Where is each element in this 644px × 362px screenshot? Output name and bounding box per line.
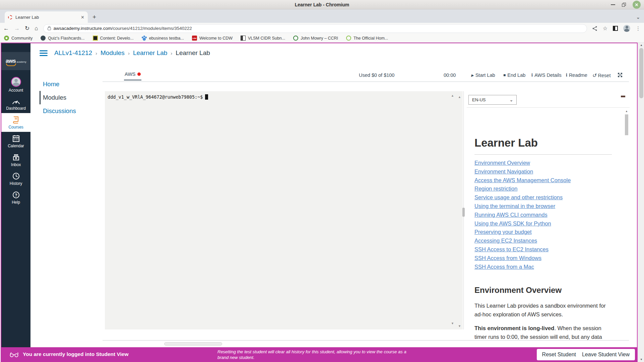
reset-button[interactable]: ↺Reset <box>592 72 610 79</box>
doc-paragraph: This environment is long-lived. When the… <box>474 324 615 341</box>
breadcrumb-module[interactable]: Learner Lab <box>133 49 167 57</box>
restore-button[interactable] <box>622 3 626 7</box>
doc-link-environment-navigation[interactable]: Environment Navigation <box>474 167 571 176</box>
back-icon[interactable]: ← <box>3 25 9 32</box>
doc-scroll-up-icon[interactable]: ▲ <box>625 110 628 113</box>
aws-vendor-tab[interactable]: AWS <box>124 71 141 81</box>
main-content: ALLv1-41212 › Modules › Learner Lab › Le… <box>30 43 637 347</box>
minimize-button[interactable] <box>611 4 615 5</box>
leave-student-view-button[interactable]: Leave Student View <box>577 349 635 360</box>
terminal-scroll-down-icon[interactable]: ▼ <box>458 324 461 328</box>
doc-link-accessing-ec2[interactable]: Accessing EC2 Instances <box>474 237 571 245</box>
sidebar-item-dashboard[interactable]: Dashboard <box>1 95 30 113</box>
student-view-note: Resetting the test student will clear al… <box>217 349 418 360</box>
terminal-scroll-up-icon[interactable]: ▲ <box>451 94 454 97</box>
doc-divider <box>474 154 612 155</box>
scrollbar-thumb[interactable] <box>639 48 643 98</box>
doc-link-cli-commands[interactable]: Running AWS CLI commands <box>474 211 571 219</box>
terminal-scroll-up-icon[interactable]: ▲ <box>458 95 461 99</box>
readme-button[interactable]: iReadme <box>566 72 587 78</box>
info-icon: i <box>531 72 533 78</box>
collapse-panel-icon[interactable] <box>621 96 625 97</box>
bookmark-cdw[interactable]: cdwWelcome to CDW <box>192 36 233 41</box>
doc-scrollbar[interactable]: ▲ <box>625 110 629 338</box>
profile-avatar[interactable] <box>623 25 630 32</box>
doc-link-terminal-browser[interactable]: Using the terminal in the browser <box>474 202 571 211</box>
sidebar-item-calendar[interactable]: Calendar <box>1 132 30 151</box>
tab-learner-lab[interactable]: Learner Lab ✕ <box>5 11 88 23</box>
terminal-scroll-down-icon[interactable]: ▼ <box>451 322 454 325</box>
bookmark-official-home[interactable]: The Official Hom... <box>346 36 388 41</box>
budget-used-label: Used $0 of $100 <box>359 72 394 78</box>
breadcrumb-course[interactable]: ALLv1-41212 <box>54 49 92 57</box>
svg-text:?: ? <box>15 193 17 198</box>
language-select[interactable]: EN-US ⌄ <box>468 95 517 105</box>
doc-link-access-console[interactable]: Access the AWS Management Console <box>474 176 571 185</box>
close-button[interactable]: ✕ <box>633 1 641 9</box>
doc-link-preserving-budget[interactable]: Preserving your budget <box>474 228 571 237</box>
doc-link-ssh-windows[interactable]: SSH Access from Windows <box>474 254 571 263</box>
sidebar-item-courses[interactable]: Courses <box>1 113 30 132</box>
scroll-up-icon[interactable]: ▲ <box>640 44 643 47</box>
browser-scrollbar[interactable]: ▲ ▼ <box>638 43 644 362</box>
paw-icon <box>142 36 147 41</box>
sidebar-item-help[interactable]: ? Help <box>1 188 30 207</box>
address-bar[interactable]: awsacademy.instructure.com/courses/41212… <box>43 24 587 33</box>
bookmark-quiz-flashcards[interactable]: Quiz's Flashcards... <box>41 36 84 41</box>
doc-link-ssh-mac[interactable]: SSH Access from a Mac <box>474 263 571 271</box>
course-nav-modules[interactable]: Modules <box>40 91 96 104</box>
doc-link-environment-overview[interactable]: Environment Overview <box>474 159 571 167</box>
horizontal-scrollbar-thumb[interactable] <box>164 342 222 346</box>
aws-academy-logo[interactable]: awsacademy <box>1 52 30 70</box>
hamburger-menu-icon[interactable] <box>40 50 48 56</box>
breadcrumb-current: Learner Lab <box>176 49 210 57</box>
bookmark-content-develo[interactable]: Content: Develo... <box>93 36 134 41</box>
stop-icon: ■ <box>503 73 506 77</box>
side-panel-icon[interactable] <box>613 26 618 31</box>
bookmark-john-mowry[interactable]: John Mowry – CCRI <box>293 36 338 41</box>
reset-student-button[interactable]: Reset Student <box>537 349 581 360</box>
share-icon[interactable] <box>592 26 597 31</box>
doc-link-sdk-python[interactable]: Using the AWS SDK for Python <box>474 219 571 228</box>
doc-link-ssh-ec2[interactable]: SSH Access to EC2 Instances <box>474 245 571 254</box>
sidebar-item-history[interactable]: History <box>1 169 30 188</box>
home-icon[interactable]: ⌂ <box>35 25 38 32</box>
forward-icon[interactable]: → <box>14 25 20 32</box>
student-view-message: You are currently logged into Student Vi… <box>23 351 129 357</box>
community-icon <box>4 36 9 41</box>
browser-menu-icon[interactable]: ⋮ <box>636 25 641 32</box>
help-icon: ? <box>12 191 20 199</box>
sidebar-item-account[interactable]: Account <box>1 74 30 95</box>
end-lab-button[interactable]: ■End Lab <box>503 72 525 78</box>
scroll-down-icon[interactable]: ▼ <box>640 358 643 361</box>
doc-scrollbar-thumb[interactable] <box>625 114 628 135</box>
dashboard-gauge-icon <box>12 98 20 105</box>
bookmark-community[interactable]: Community <box>4 36 33 41</box>
terminal-scrollbar-thumb[interactable] <box>462 208 465 217</box>
sidebar-item-inbox[interactable]: Inbox <box>1 151 30 169</box>
tab-favicon-icon <box>8 15 12 19</box>
session-timer: 00:00 <box>444 72 456 78</box>
breadcrumb-modules[interactable]: Modules <box>101 49 125 57</box>
tab-close-icon[interactable]: ✕ <box>81 15 84 20</box>
course-nav-discussions[interactable]: Discussions <box>40 104 96 118</box>
student-view-bar: You are currently logged into Student Vi… <box>1 347 637 362</box>
doc-link-region-restriction[interactable]: Region restriction <box>474 185 571 193</box>
bookmark-ebusiness[interactable]: ebusiness testba... <box>142 36 184 41</box>
cdw-icon: cdw <box>192 36 197 41</box>
new-tab-button[interactable]: + <box>92 14 96 20</box>
fullscreen-button[interactable] <box>618 72 623 77</box>
reload-icon[interactable]: ↻ <box>25 25 29 32</box>
breadcrumb-separator: › <box>128 50 130 56</box>
start-lab-button[interactable]: ▶Start Lab <box>471 72 495 78</box>
course-nav-home[interactable]: Home <box>40 77 96 91</box>
terminal-prompt: ddd_v1_w_VRlA_964672@runweb79805:~$ <box>108 94 203 100</box>
doc-link-service-usage[interactable]: Service usage and other restrictions <box>474 193 571 202</box>
aws-details-button[interactable]: iAWS Details <box>531 72 562 78</box>
lab-terminal[interactable]: ddd_v1_w_VRlA_964672@runweb79805:~$ <box>105 91 463 329</box>
bookmark-star-icon[interactable]: ☆ <box>603 25 607 32</box>
url-text: awsacademy.instructure.com/courses/41212… <box>54 26 192 31</box>
lock-icon[interactable] <box>48 28 51 30</box>
bookmark-vlsm-cidr[interactable]: VLSM CIDR Subn... <box>241 36 285 41</box>
tab-search-chevron-icon[interactable]: ⌄ <box>636 15 640 20</box>
